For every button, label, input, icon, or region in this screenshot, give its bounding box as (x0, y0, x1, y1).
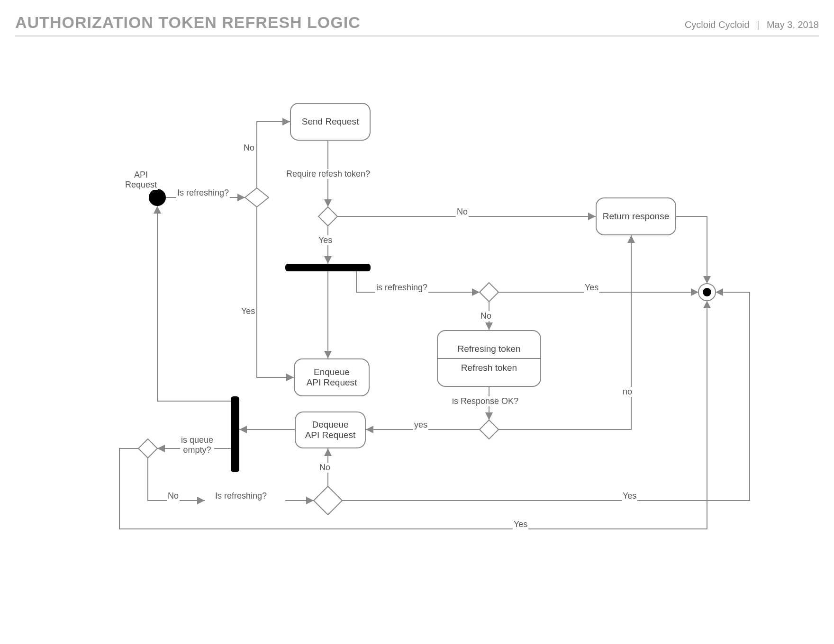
join-bar-icon (231, 396, 239, 472)
node-enqueue: Enqueue API Request (294, 358, 370, 396)
node-refreshing-token: Refresing token Refresh token (437, 330, 541, 387)
page-meta: Cycloid Cycloid | May 3, 2018 (685, 19, 819, 30)
author-text: Cycloid Cycloid (685, 19, 750, 30)
edge-label-no-lower: no (622, 387, 633, 397)
edge-label-no-3: No (480, 311, 492, 321)
edge-label-yes-3: Yes (584, 283, 599, 293)
decision-response-ok-icon (480, 420, 499, 439)
page-title: AUTHORIZATION TOKEN REFRESH LOGIC (15, 13, 361, 32)
end-node-icon (698, 284, 716, 301)
edge-label-is-response-ok: is Response OK? (451, 396, 519, 406)
decision-is-refreshing-2-icon (480, 283, 499, 302)
diagram-canvas: API Request Is refreshing? No Yes Requir… (15, 55, 819, 576)
date-text: May 3, 2018 (767, 19, 819, 30)
connectors-svg (15, 55, 819, 576)
node-return-response-text: Return response (603, 211, 669, 222)
svg-point-0 (703, 288, 711, 296)
edge-label-queue-empty: is queue empty? (180, 435, 214, 455)
edge-label-is-refreshing-2: is refreshing? (375, 283, 428, 293)
edge-label-yes-4: Yes (622, 491, 637, 501)
edge-label-is-refreshing-1: Is refreshing? (176, 188, 230, 198)
node-dequeue-text: Dequeue API Request (305, 420, 356, 440)
node-return-response: Return response (596, 197, 676, 235)
node-send-request-text: Send Request (302, 116, 359, 127)
decision-queue-empty-icon (138, 439, 157, 458)
edge-label-yes-lower: yes (413, 420, 428, 430)
edge-label-yes-1: Yes (240, 306, 256, 316)
page-header: AUTHORIZATION TOKEN REFRESH LOGIC Cycloi… (15, 13, 819, 36)
fork-bar-icon (285, 264, 371, 271)
meta-separator: | (757, 19, 759, 30)
edge-label-no-2: No (456, 207, 469, 217)
decision-is-refreshing-1-icon (245, 188, 269, 207)
edge-label-no-4: No (167, 491, 180, 501)
edge-label-no-1: No (243, 143, 255, 153)
node-send-request: Send Request (290, 103, 371, 141)
edge-label-no-5: No (318, 463, 331, 473)
node-refreshing-header: Refresing token (438, 340, 540, 359)
node-enqueue-text: Enqueue API Request (307, 367, 357, 388)
edge-label-yes-2: Yes (317, 235, 333, 245)
edge-label-is-refreshing-3: Is refreshing? (214, 491, 268, 501)
decision-require-refresh-icon (318, 207, 337, 226)
node-refreshing-body: Refresh token (438, 359, 540, 377)
decision-is-refreshing-3-icon (314, 486, 342, 515)
edge-label-require-refresh: Require refesh token? (285, 169, 371, 179)
start-label: API Request (124, 170, 158, 190)
node-dequeue: Dequeue API Request (295, 411, 366, 448)
start-node-icon (149, 189, 166, 206)
edge-label-yes-5: Yes (513, 519, 528, 529)
